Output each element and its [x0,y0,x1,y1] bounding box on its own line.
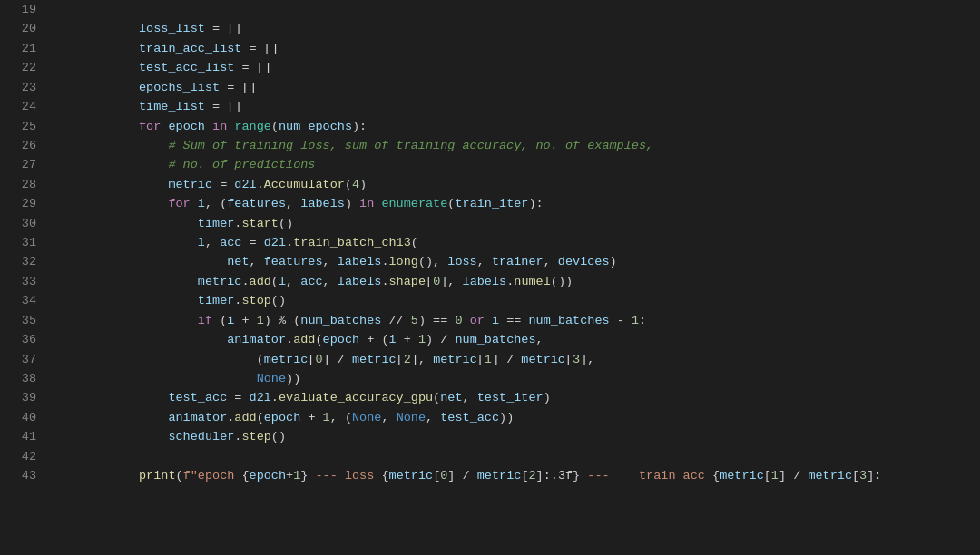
code-line-39: animator.add(epoch + 1, (None, None, tes… [65,388,980,407]
line-num-35: 35 [15,311,36,330]
line-num-28: 28 [15,175,36,194]
code-line-35: animator.add(epoch + (i + 1) / num_batch… [65,311,980,330]
line-num-29: 29 [15,194,36,213]
line-num-32: 32 [15,252,36,271]
line-num-22: 22 [15,58,36,77]
code-line-28: for i, (features, labels) in enumerate(t… [65,175,980,194]
line-num-39: 39 [15,388,36,407]
line-num-20: 20 [15,19,36,38]
code-line-41 [65,427,980,446]
line-num-30: 30 [15,214,36,233]
line-num-41: 41 [15,427,36,446]
line-num-31: 31 [15,233,36,252]
code-line-43 [65,466,980,485]
code-line-33: timer.stop() [65,272,980,291]
code-line-29: timer.start() [65,194,980,213]
code-line-21: test_acc_list = [] [65,39,980,58]
line-num-33: 33 [15,272,36,291]
code-editor: 19 20 21 22 23 24 25 26 27 28 29 30 31 3… [0,0,980,555]
code-line-32: metric.add(l, acc, labels.shape[0], labe… [65,252,980,271]
line-num-25: 25 [15,117,36,136]
line-num-19: 19 [15,0,36,19]
code-line-38: test_acc = d2l.evaluate_accuracy_gpu(net… [65,369,980,388]
line-num-42: 42 [15,447,36,466]
code-content: loss_list = [] train_acc_list = [] test_… [47,0,980,555]
code-line-22: epochs_list = [] [65,58,980,77]
line-num-38: 38 [15,369,36,388]
code-line-36: (metric[0] / metric[2], metric[1] / metr… [65,330,980,349]
code-line-42: print(f"epoch {epoch+1} --- loss {metric… [65,447,980,466]
line-num-21: 21 [15,39,36,58]
code-line-24: for epoch in range(num_epochs): [65,97,980,116]
line-num-23: 23 [15,78,36,97]
line-num-26: 26 [15,136,36,155]
line-num-40: 40 [15,408,36,427]
code-line-25: # Sum of training loss, sum of training … [65,117,980,136]
code-line-37: None)) [65,350,980,369]
code-line-40: scheduler.step() [65,408,980,427]
code-line-30: l, acc = d2l.train_batch_ch13( [65,214,980,233]
line-num-37: 37 [15,350,36,369]
line-numbers: 19 20 21 22 23 24 25 26 27 28 29 30 31 3… [0,0,47,555]
line-num-27: 27 [15,155,36,174]
code-line-26: # no. of predictions [65,136,980,155]
line-num-34: 34 [15,291,36,310]
code-line-27: metric = d2l.Accumulator(4) [65,155,980,174]
code-line-34: if (i + 1) % (num_batches // 5) == 0 or … [65,291,980,310]
code-line-19: loss_list = [] [65,0,980,19]
line-num-24: 24 [15,97,36,116]
line-num-36: 36 [15,330,36,349]
code-line-31: net, features, labels.long(), loss, trai… [65,233,980,252]
code-line-23: time_list = [] [65,78,980,97]
code-line-20: train_acc_list = [] [65,19,980,38]
line-num-43: 43 [15,466,36,485]
